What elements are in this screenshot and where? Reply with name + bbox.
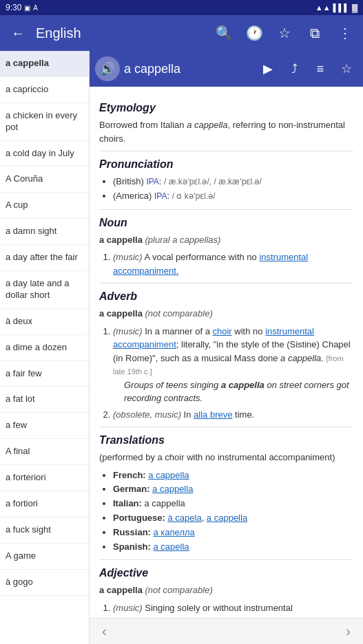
translation-french: French: a cappella bbox=[113, 469, 353, 483]
sidebar-item-a-fuck-sight[interactable]: a fuck sight bbox=[0, 517, 89, 544]
back-button[interactable]: ← bbox=[6, 21, 30, 45]
sidebar-item-a-capriccio[interactable]: a capriccio bbox=[0, 77, 89, 103]
american-ipa-tag: IPA bbox=[154, 191, 167, 201]
sidebar-item-a-coruna[interactable]: A Coruña bbox=[0, 167, 89, 193]
trans-link-portuguese-1[interactable]: à capela bbox=[167, 513, 201, 523]
translations-qualifier: (performed by a choir with no instrument… bbox=[99, 451, 353, 464]
copy-button[interactable]: ⧉ bbox=[302, 21, 327, 45]
trans-link-portuguese-2[interactable]: a cappella bbox=[207, 513, 247, 523]
pronunciation-american: (America) IPA: / ɑ kəˈpɛl.ə/ bbox=[113, 189, 353, 204]
prev-arrow[interactable]: ‹ bbox=[96, 621, 112, 642]
adverb-def-1-domain: (music) bbox=[113, 326, 143, 336]
divider-1 bbox=[99, 151, 353, 151]
trans-link-french[interactable]: a cappella bbox=[148, 470, 189, 480]
adverb-example-1: Groups of teens singing a cappella on st… bbox=[124, 378, 353, 405]
noun-title: Noun bbox=[99, 217, 353, 229]
british-ipa-tag: IPA bbox=[146, 177, 158, 186]
adjective-qualifier: (not comparable) bbox=[145, 585, 213, 595]
noun-definitions: (music) A vocal performance with no inst… bbox=[99, 250, 353, 277]
trans-text-italian: a cappella bbox=[145, 498, 185, 508]
status-bar-right: ▲▲ ▌▌▌ ▓ bbox=[315, 3, 357, 12]
sidebar-item-a-deux[interactable]: à deux bbox=[0, 309, 89, 335]
battery-icon: ▓ bbox=[352, 3, 357, 12]
pronunciation-british: (British) IPA: / æ.kəˈpɛl.ə/, / æ.kæˈpɛl… bbox=[113, 175, 353, 189]
sidebar-item-chicken-every-pot[interactable]: a chicken in every pot bbox=[0, 103, 89, 141]
more-icon: ⋮ bbox=[338, 25, 352, 41]
translation-portuguese: Portuguese: à capela, a cappella bbox=[113, 511, 353, 526]
sidebar-item-a-gogo[interactable]: à gogo bbox=[0, 570, 89, 596]
trans-link-russian[interactable]: а капелла bbox=[154, 527, 195, 537]
sidebar: a cappella a capriccio a chicken in ever… bbox=[0, 51, 90, 644]
sidebar-item-a-forteriori[interactable]: a forteriori bbox=[0, 465, 89, 491]
noun-word: a cappella bbox=[99, 235, 143, 245]
adverb-entry: a cappella (not comparable) bbox=[99, 307, 353, 321]
adverb-definitions: (music) In a manner of a choir with no i… bbox=[99, 325, 353, 422]
trans-link-spanish[interactable]: a capella bbox=[154, 541, 189, 552]
sidebar-item-a-damn-sight[interactable]: a damn sight bbox=[0, 219, 89, 245]
search-icon: 🔍 bbox=[216, 25, 233, 41]
sidebar-item-a-game[interactable]: A game bbox=[0, 544, 89, 570]
sidebar-item-a-few[interactable]: a few bbox=[0, 413, 89, 439]
adverb-word: a cappella bbox=[99, 308, 143, 319]
trans-link-german[interactable]: a cappella bbox=[152, 484, 193, 494]
noun-plural: (plural a cappellas) bbox=[145, 235, 221, 245]
history-button[interactable]: 🕐 bbox=[242, 21, 267, 45]
history-icon: 🕐 bbox=[246, 25, 263, 41]
adjective-definitions: (music) Singing solely or without instru… bbox=[99, 601, 353, 618]
back-icon: ← bbox=[11, 25, 25, 41]
adverb-link-alla-breve[interactable]: alla breve bbox=[194, 409, 232, 420]
edit-list-button[interactable]: ≡ bbox=[309, 58, 331, 80]
sidebar-item-a-final[interactable]: A final bbox=[0, 439, 89, 465]
translation-italian: Italian: a cappella bbox=[113, 497, 353, 511]
share-icon: ⤴ bbox=[291, 62, 298, 76]
share-button[interactable]: ⤴ bbox=[283, 58, 305, 80]
divider-3 bbox=[99, 283, 353, 283]
sidebar-item-a-dime-dozen[interactable]: a dime a dozen bbox=[0, 335, 89, 361]
speaker-button[interactable]: 🔊 bbox=[95, 56, 120, 81]
search-button[interactable]: 🔍 bbox=[211, 21, 236, 45]
sidebar-item-cold-day-july[interactable]: a cold day in July bbox=[0, 141, 89, 167]
sidebar-item-a-cappella[interactable]: a cappella bbox=[0, 51, 89, 77]
divider-5 bbox=[99, 559, 353, 560]
more-button[interactable]: ⋮ bbox=[333, 21, 357, 45]
status-icon-1: ▣ bbox=[24, 4, 30, 12]
sidebar-item-a-fat-lot[interactable]: a fat lot bbox=[0, 387, 89, 413]
bottom-nav: ‹ › bbox=[90, 618, 363, 644]
adverb-title: Adverb bbox=[99, 290, 353, 303]
noun-def-1: (music) A vocal performance with no inst… bbox=[113, 250, 353, 277]
pronunciation-list: (British) IPA: / æ.kəˈpɛl.ə/, / æ.kæˈpɛl… bbox=[99, 175, 353, 204]
translation-spanish: Spanish: a capella bbox=[113, 540, 353, 555]
adverb-def-2: (obsolete, music) In alla breve time. bbox=[113, 408, 353, 422]
next-arrow[interactable]: › bbox=[340, 621, 356, 642]
british-ipa-text: / æ.kəˈpɛl.ə/, / æ.kæˈpɛl.ə/ bbox=[164, 177, 262, 186]
sidebar-item-a-cup[interactable]: A cup bbox=[0, 193, 89, 219]
sidebar-item-day-late-dollar[interactable]: a day late and a dollar short bbox=[0, 271, 89, 309]
sidebar-item-a-fair-few[interactable]: a fair few bbox=[0, 361, 89, 387]
status-time: 9:30 bbox=[6, 3, 21, 12]
translation-russian: Russian: а капелла bbox=[113, 526, 353, 540]
main-panel: 🔊 a cappella ▶ ⤴ ≡ ☆ Etymology Borrowed … bbox=[90, 51, 363, 644]
content-area: a cappella a capriccio a chicken in ever… bbox=[0, 51, 363, 644]
noun-def-domain: (music) bbox=[113, 252, 143, 262]
adjective-def-1: (music) Singing solely or without instru… bbox=[113, 601, 353, 618]
app-title: English bbox=[36, 25, 206, 41]
pronunciation-title: Pronunciation bbox=[99, 158, 353, 171]
divider-2 bbox=[99, 209, 353, 210]
play-button[interactable]: ▶ bbox=[257, 58, 279, 80]
sidebar-item-day-after-fair[interactable]: a day after the fair bbox=[0, 245, 89, 271]
star-word-button[interactable]: ☆ bbox=[335, 58, 357, 80]
adverb-link-choir[interactable]: choir bbox=[213, 326, 232, 336]
status-icon-2: A bbox=[33, 4, 38, 12]
status-bar: 9:30 ▣ A ▲▲ ▌▌▌ ▓ bbox=[0, 0, 363, 15]
play-icon: ▶ bbox=[263, 61, 273, 76]
divider-4 bbox=[99, 427, 353, 427]
american-ipa-text: / ɑ kəˈpɛl.ə/ bbox=[172, 191, 216, 201]
sidebar-item-a-fortiori[interactable]: a fortiori bbox=[0, 491, 89, 517]
translations-title: Translations bbox=[99, 434, 353, 447]
noun-link-instrumental[interactable]: instrumental accompaniment. bbox=[113, 252, 308, 276]
definition-content: Etymology Borrowed from Italian a cappel… bbox=[90, 87, 363, 618]
copy-icon: ⧉ bbox=[310, 25, 320, 41]
status-bar-left: 9:30 ▣ A bbox=[6, 3, 38, 12]
star-button[interactable]: ☆ bbox=[272, 21, 297, 45]
adverb-def-1: (music) In a manner of a choir with no i… bbox=[113, 325, 353, 405]
